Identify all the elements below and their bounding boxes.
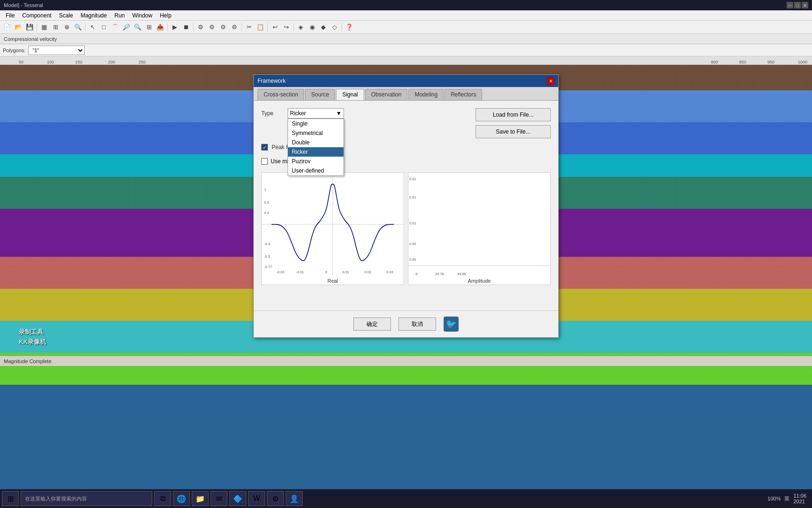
toolbar-settings1[interactable]: ⚙ (195, 22, 206, 32)
dialog-body: Type Ricker ▼ Single Symmetrical Double (254, 101, 558, 310)
toolbar-save[interactable]: 💾 (24, 22, 35, 32)
search-bar[interactable]: 在这里输入你要搜索的内容 (21, 491, 152, 506)
amplitude-chart: 0.01 0.01 0.01 0.00 0.00 0 24.78 49.56 7… (408, 172, 551, 285)
taskbar-app1[interactable]: 🔷 (229, 491, 246, 506)
start-button[interactable]: ⊞ (2, 491, 19, 506)
taskbar-mail[interactable]: ✉ (211, 491, 227, 506)
minimize-button[interactable]: ─ (787, 2, 793, 8)
type-row: Type Ricker ▼ Single Symmetrical Double (261, 108, 551, 138)
toolbar-layer[interactable]: ⊞ (50, 22, 61, 32)
menu-file[interactable]: File (2, 11, 18, 20)
toolbar-undo[interactable]: ↩ (270, 22, 280, 32)
help-icon[interactable]: 🐦 (444, 317, 459, 332)
taskbar-time: 11:062021 (793, 493, 806, 504)
dialog-close-button[interactable]: ✕ (547, 77, 554, 85)
toolbar-export[interactable]: 📤 (155, 22, 165, 32)
close-button[interactable]: ✕ (802, 2, 808, 8)
option-double[interactable]: Double (288, 138, 344, 147)
window-title: Model] - Tesseral (4, 2, 43, 8)
toolbar-search[interactable]: 🔍 (73, 22, 83, 32)
taskbar-app3[interactable]: ⚙ (267, 491, 284, 506)
toolbar-zoom-out[interactable]: 🔍 (133, 22, 143, 32)
checkbox-check-icon: ✓ (263, 145, 266, 150)
taskbar-explorer[interactable]: 📁 (192, 491, 209, 506)
option-user-defined[interactable]: User-defined (288, 166, 344, 175)
option-symmetrical[interactable]: Symmetrical (288, 128, 344, 138)
side-buttons: Load from File... Save to File... (476, 108, 551, 138)
toolbar-cursor[interactable]: ↖ (87, 22, 98, 32)
title-bar: Model] - Tesseral ─ □ ✕ (0, 0, 812, 10)
toolbar-tool2[interactable]: ◉ (307, 22, 317, 32)
minimal-phase-checkbox[interactable] (261, 158, 268, 165)
svg-text:0.01: 0.01 (409, 177, 416, 181)
menu-bar: File Component Scale Magnitude Run Windo… (0, 10, 812, 21)
menu-scale[interactable]: Scale (55, 11, 77, 20)
toolbar: 📄 📂 💾 ▦ ⊞ ⊕ 🔍 ↖ □ ⌒ 🔎 🔍 ⊞ 📤 ▶ ⏹ ⚙ ⚙ ⚙ ⚙ … (0, 21, 812, 34)
option-puzirov[interactable]: Puzirov (288, 157, 344, 166)
toolbar-redo[interactable]: ↪ (281, 22, 291, 32)
tab-cross-section[interactable]: Cross-section (258, 89, 304, 100)
taskbar-app4[interactable]: 👤 (286, 491, 303, 506)
tab-reflectors[interactable]: Reflectors (445, 89, 482, 100)
menu-window[interactable]: Window (128, 11, 156, 20)
svg-text:0.03: 0.03 (387, 270, 393, 274)
toolbar-help[interactable]: ❓ (344, 22, 354, 32)
ok-button[interactable]: 确定 (353, 318, 391, 331)
toolbar-grid[interactable]: ▦ (39, 22, 49, 32)
save-to-file-button[interactable]: Save to File... (476, 125, 551, 138)
canvas-header: Compressional velocity (0, 34, 812, 44)
tab-source[interactable]: Source (305, 89, 335, 100)
real-chart: 1 0.5 0.3 -0.3 -0.5 -0.77 -0.03 -0.01 0 (261, 172, 404, 285)
svg-text:24.78: 24.78 (435, 272, 444, 276)
toolbar-rect[interactable]: □ (99, 22, 109, 32)
svg-text:-0.03: -0.03 (276, 270, 284, 274)
svg-text:0.3: 0.3 (264, 211, 269, 215)
taskbar-right: 100% 英 11:062021 (767, 493, 810, 504)
toolbar-curve[interactable]: ⌒ (110, 22, 120, 32)
menu-magnitude[interactable]: Magnitude (77, 11, 110, 20)
tab-signal[interactable]: Signal (336, 89, 364, 100)
svg-text:-0.77: -0.77 (264, 265, 272, 269)
maximize-button[interactable]: □ (794, 2, 801, 8)
ruler-horizontal: 50 100 150 200 250 800 850 950 1000 (0, 56, 812, 65)
canvas-title: Compressional velocity (4, 36, 57, 42)
dialog-tabs: Cross-section Source Signal Observation … (254, 87, 558, 101)
toolbar-tool1[interactable]: ◈ (296, 22, 306, 32)
toolbar-zoom-fit[interactable]: ⊞ (144, 22, 154, 32)
svg-text:0.00: 0.00 (409, 257, 416, 262)
toolbar-copy[interactable]: 📋 (255, 22, 265, 32)
toolbar-settings2[interactable]: ⚙ (207, 22, 217, 32)
option-ricker[interactable]: Ricker (288, 147, 344, 157)
toolbar-settings4[interactable]: ⚙ (229, 22, 240, 32)
svg-text:-0.01: -0.01 (296, 270, 304, 274)
dropdown-popup: Single Symmetrical Double Ricker Puzirov… (288, 119, 344, 176)
option-single[interactable]: Single (288, 119, 344, 128)
tab-modeling[interactable]: Modeling (408, 89, 444, 100)
dialog-overlay: Framework ✕ Cross-section Source Signal … (0, 65, 812, 385)
taskbar-edge[interactable]: 🌐 (173, 491, 190, 506)
toolbar-cut[interactable]: ✂ (244, 22, 254, 32)
menu-component[interactable]: Component (18, 11, 55, 20)
toolbar-new[interactable]: 📄 (2, 22, 12, 32)
load-from-file-button[interactable]: Load from File... (476, 108, 551, 121)
menu-help[interactable]: Help (156, 11, 175, 20)
taskbar-task-view[interactable]: ⧉ (154, 491, 171, 506)
toolbar-select[interactable]: ⊕ (62, 22, 72, 32)
toolbar-open[interactable]: 📂 (13, 22, 23, 32)
cancel-button[interactable]: 取消 (398, 318, 436, 331)
svg-text:0.01: 0.01 (343, 270, 349, 274)
peak-freq-checkbox[interactable]: ✓ (261, 144, 268, 151)
tab-observation[interactable]: Observation (365, 89, 408, 100)
menu-run[interactable]: Run (110, 11, 128, 20)
type-dropdown[interactable]: Ricker ▼ (288, 108, 344, 119)
toolbar-stop[interactable]: ⏹ (181, 22, 191, 32)
toolbar-play[interactable]: ▶ (170, 22, 180, 32)
toolbar-tool3[interactable]: ◆ (318, 22, 328, 32)
toolbar-tool4[interactable]: ◇ (329, 22, 340, 32)
amplitude-chart-inner: 0.01 0.01 0.01 0.00 0.00 0 24.78 49.56 7… (408, 173, 550, 276)
toolbar-zoom-in[interactable]: 🔎 (121, 22, 132, 32)
polygon-label: Polygons: (3, 48, 25, 53)
taskbar-app2[interactable]: W (248, 491, 265, 506)
polygon-select[interactable]: "1" (28, 46, 85, 55)
toolbar-settings3[interactable]: ⚙ (218, 22, 228, 32)
